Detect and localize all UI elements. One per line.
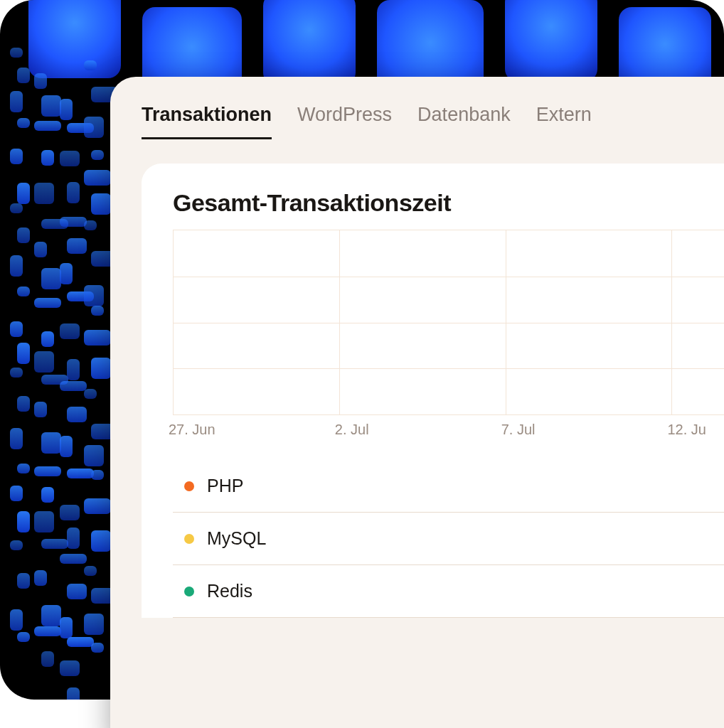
tab-extern[interactable]: Extern <box>536 104 592 139</box>
app-window: Transaktionen WordPress Datenbank Extern… <box>110 77 724 728</box>
legend-dot-redis <box>184 587 194 596</box>
chart-card: Gesamt-Transaktionszeit 27. Jun2. Jul7. … <box>142 164 724 618</box>
legend-dot-php <box>184 481 194 491</box>
tab-database[interactable]: Datenbank <box>417 104 511 139</box>
legend-item-redis[interactable]: Redis <box>173 565 724 618</box>
chart-title: Gesamt-Transaktionszeit <box>142 164 724 230</box>
tab-wordpress[interactable]: WordPress <box>297 104 392 139</box>
legend-dot-mysql <box>184 534 194 544</box>
x-tick-label: 27. Jun <box>169 422 215 438</box>
x-tick-label: 7. Jul <box>501 422 536 438</box>
x-tick-label: 2. Jul <box>335 422 369 438</box>
tab-transactions[interactable]: Transaktionen <box>142 104 272 139</box>
chart-plot: 27. Jun2. Jul7. Jul12. Ju <box>173 230 724 443</box>
x-tick-label: 12. Ju <box>667 422 706 438</box>
tab-bar: Transaktionen WordPress Datenbank Extern <box>110 77 724 139</box>
legend-list: PHP MySQL Redis <box>173 460 724 618</box>
legend-item-php[interactable]: PHP <box>173 460 724 513</box>
legend-label: Redis <box>207 581 252 601</box>
legend-label: MySQL <box>207 528 266 549</box>
legend-item-mysql[interactable]: MySQL <box>173 513 724 565</box>
legend-label: PHP <box>207 476 243 496</box>
